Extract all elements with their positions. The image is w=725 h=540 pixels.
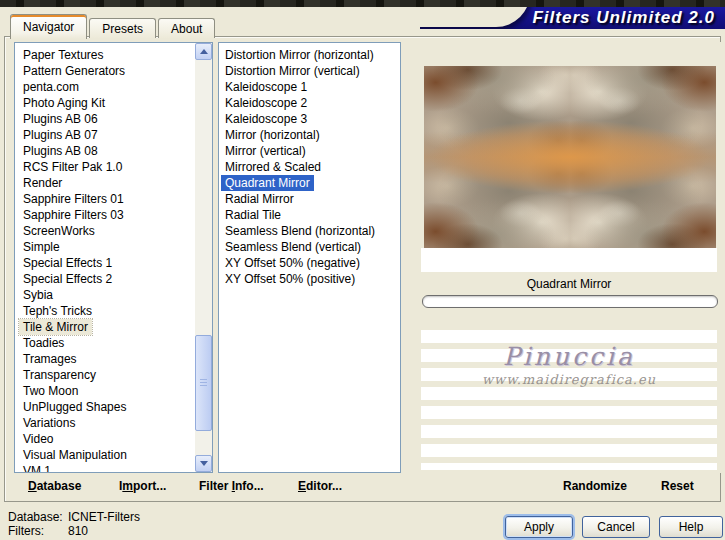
- empty-control-band: [421, 248, 717, 272]
- category-item[interactable]: Toadies: [19, 335, 68, 351]
- category-item[interactable]: Tile & Mirror: [19, 319, 92, 335]
- category-item[interactable]: Visual Manipulation: [19, 447, 131, 463]
- reset-button[interactable]: Reset: [661, 479, 694, 493]
- category-item[interactable]: Special Effects 1: [19, 255, 116, 271]
- database-status-label: Database:: [8, 510, 63, 524]
- host-app-strip: [0, 0, 725, 7]
- category-item[interactable]: RCS Filter Pak 1.0: [19, 159, 126, 175]
- preview-panel: Quadrant Mirror Pinuccia www.maidiregraf…: [421, 42, 721, 473]
- category-item[interactable]: Render: [19, 175, 66, 191]
- tab-bar: Navigator Presets About: [10, 13, 217, 38]
- help-button[interactable]: Help: [659, 516, 723, 538]
- tab-navigator[interactable]: Navigator: [10, 14, 87, 39]
- filters-count-label: Filters:: [8, 524, 44, 538]
- filter-item[interactable]: XY Offset 50% (negative): [221, 255, 364, 271]
- filter-item[interactable]: Radial Tile: [221, 207, 285, 223]
- selected-filter-label: Quadrant Mirror: [421, 277, 717, 291]
- filters-count-value: 810: [68, 524, 88, 538]
- title-banner: Filters Unlimited 2.0: [420, 7, 725, 29]
- scroll-up-icon: [200, 49, 208, 54]
- database-status-value: ICNET-Filters: [68, 510, 140, 524]
- filter-item[interactable]: Kaleidoscope 2: [221, 95, 311, 111]
- cancel-button[interactable]: Cancel: [582, 516, 650, 538]
- category-item[interactable]: UnPlugged Shapes: [19, 399, 130, 415]
- filter-item[interactable]: Seamless Blend (horizontal): [221, 223, 379, 239]
- category-item[interactable]: Simple: [19, 239, 64, 255]
- navigator-tab-page: Paper TexturesPattern Generatorspenta.co…: [4, 36, 721, 502]
- filter-item[interactable]: Mirror (horizontal): [221, 127, 324, 143]
- category-item[interactable]: Teph's Tricks: [19, 303, 96, 319]
- category-item[interactable]: Paper Textures: [19, 47, 108, 63]
- category-item[interactable]: Sapphire Filters 01: [19, 191, 128, 207]
- category-item[interactable]: penta.com: [19, 79, 83, 95]
- category-item[interactable]: Variations: [19, 415, 79, 431]
- database-button[interactable]: Database: [28, 479, 81, 493]
- filter-info-button[interactable]: Filter Info...: [199, 479, 264, 493]
- scroll-down-icon: [200, 461, 208, 466]
- filter-item[interactable]: XY Offset 50% (positive): [221, 271, 359, 287]
- category-item[interactable]: Plugins AB 06: [19, 111, 102, 127]
- category-item[interactable]: Sybia: [19, 287, 57, 303]
- category-item[interactable]: Photo Aging Kit: [19, 95, 109, 111]
- filter-item[interactable]: Kaleidoscope 3: [221, 111, 311, 127]
- category-item[interactable]: Pattern Generators: [19, 63, 129, 79]
- scroll-up-button[interactable]: [195, 43, 212, 60]
- category-item[interactable]: Transparency: [19, 367, 100, 383]
- category-item[interactable]: Two Moon: [19, 383, 82, 399]
- progress-bar: [422, 295, 718, 308]
- category-item[interactable]: Tramages: [19, 351, 81, 367]
- preview-image: [424, 66, 716, 248]
- category-item[interactable]: Plugins AB 07: [19, 127, 102, 143]
- filter-item[interactable]: Mirrored & Scaled: [221, 159, 325, 175]
- category-item[interactable]: ScreenWorks: [19, 223, 99, 239]
- filter-item[interactable]: Radial Mirror: [221, 191, 298, 207]
- filter-item[interactable]: Mirror (vertical): [221, 143, 310, 159]
- scroll-down-button[interactable]: [195, 455, 212, 472]
- apply-button[interactable]: Apply: [505, 516, 573, 538]
- filter-list[interactable]: Distortion Mirror (horizontal)Distortion…: [218, 42, 401, 473]
- category-list[interactable]: Paper TexturesPattern Generatorspenta.co…: [14, 42, 213, 473]
- category-item[interactable]: Special Effects 2: [19, 271, 116, 287]
- randomize-button[interactable]: Randomize: [563, 479, 627, 493]
- center-glow: [424, 66, 716, 248]
- scrollbar-thumb[interactable]: [195, 335, 212, 431]
- app-title: Filters Unlimited 2.0: [420, 8, 715, 28]
- import-button[interactable]: Import...: [119, 479, 166, 493]
- category-item[interactable]: Sapphire Filters 03: [19, 207, 128, 223]
- watermark-url: www.maidiregrafica.eu: [459, 372, 679, 387]
- filter-item[interactable]: Seamless Blend (vertical): [221, 239, 365, 255]
- filter-item[interactable]: Quadrant Mirror: [221, 175, 314, 191]
- watermark: Pinuccia www.maidiregrafica.eu: [459, 342, 679, 387]
- filter-item[interactable]: Kaleidoscope 1: [221, 79, 311, 95]
- watermark-name: Pinuccia: [459, 342, 679, 371]
- filter-item[interactable]: Distortion Mirror (horizontal): [221, 47, 378, 63]
- category-item[interactable]: Video: [19, 431, 57, 447]
- category-item[interactable]: Plugins AB 08: [19, 143, 102, 159]
- filter-item[interactable]: Distortion Mirror (vertical): [221, 63, 364, 79]
- tab-presets[interactable]: Presets: [89, 18, 156, 38]
- editor-button[interactable]: Editor...: [298, 479, 342, 493]
- tab-about[interactable]: About: [158, 18, 215, 38]
- category-item[interactable]: VM 1: [19, 463, 55, 473]
- category-scrollbar[interactable]: [195, 43, 212, 472]
